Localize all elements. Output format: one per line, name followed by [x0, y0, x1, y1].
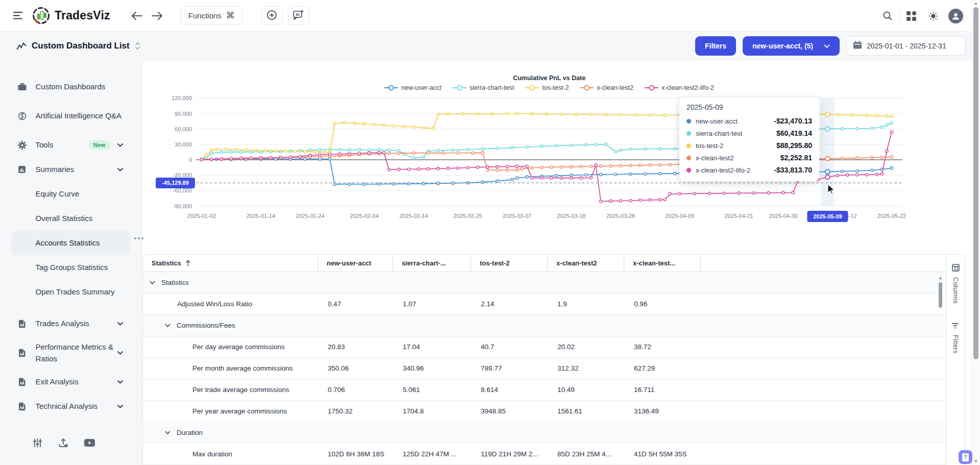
sidebar-item-label: Trades Analysis [36, 317, 89, 329]
legend-item-x-clean-test2-lifo-2[interactable]: x-clean-test2-lifo-2 [645, 84, 714, 91]
cell-value: 41D 5H 55M 35S [624, 450, 701, 458]
youtube-icon[interactable] [84, 439, 95, 447]
chart-legend: new-user-acctsierra-chart-testtos-test-2… [196, 84, 902, 91]
cell-value: 17.04 [393, 343, 471, 351]
page-scroll-up-icon[interactable]: ▲ [972, 1, 980, 6]
sidebar-item-label: Tools [36, 139, 54, 151]
sidebar-item-open-trades-summary[interactable]: Open Trades Summary [11, 280, 131, 304]
svg-text:2025-04-21: 2025-04-21 [724, 213, 753, 219]
tooltip-series-name: sierra-chart-test [696, 130, 742, 137]
columns-icon [952, 264, 960, 274]
filter-icon [952, 322, 959, 331]
cell-value: 3136.49 [624, 407, 701, 415]
top-navbar: TradesViz Functions ⌘ AI [0, 0, 980, 32]
brain-icon [17, 111, 27, 121]
svg-text:2025-03-28: 2025-03-28 [606, 213, 635, 219]
table-scrollbar-thumb[interactable] [939, 282, 942, 308]
table-group-row-statistics[interactable]: Statistics [143, 272, 946, 293]
sidebar-item-summaries[interactable]: Summaries [11, 157, 131, 182]
sort-toggle-icon[interactable] [135, 42, 140, 50]
hamburger-menu-icon[interactable] [13, 12, 23, 19]
columns-panel-button[interactable]: Columns [952, 264, 960, 304]
panel-resize-handle[interactable]: ••• [134, 234, 145, 242]
page-scroll-down-icon[interactable]: ▼ [972, 459, 980, 464]
table-scrollbar[interactable]: ▲ [938, 276, 943, 464]
sort-asc-icon [185, 260, 191, 266]
brand-logo[interactable]: TradesViz [32, 6, 110, 25]
series-color-dot [687, 131, 691, 136]
sidebar-item-accounts-statistics[interactable]: Accounts Statistics [11, 231, 131, 255]
cell-value: 125D 22H 47M ... [393, 450, 471, 458]
svg-text:0: 0 [189, 157, 192, 163]
upload-icon[interactable] [58, 438, 69, 448]
sidebar-item-performance-metrics-ratios[interactable]: Performance Metrics & Ratios [11, 336, 131, 370]
svg-text:120,000: 120,000 [172, 96, 192, 101]
sidebar-item-equity-curve[interactable]: Equity Curve [11, 182, 131, 206]
plus-circle-icon [266, 10, 277, 22]
sidebar-item-custom-dashboards[interactable]: Custom Dashboards [11, 75, 131, 99]
tooltip-series-name: x-clean-test2-lifo-2 [696, 166, 750, 174]
filters-button[interactable]: Filters [695, 36, 736, 56]
svg-text:30,000: 30,000 [175, 141, 192, 148]
legend-item-sierra-chart-test[interactable]: sierra-chart-test [453, 84, 514, 91]
group-chevron-down-icon[interactable] [165, 324, 170, 328]
back-arrow-icon[interactable] [131, 11, 143, 20]
legend-marker-icon [645, 85, 658, 91]
sidebar-item-technical-analysis[interactable]: Technical Analysis [11, 394, 131, 419]
account-dropdown[interactable]: new-user-acct, (5) [743, 36, 840, 56]
table-group-row-duration[interactable]: Duration [143, 422, 946, 444]
table-header-row: Statisticsnew-user-acctsierra-chart-...t… [143, 255, 946, 272]
filters-panel-button[interactable]: Filters [952, 322, 959, 354]
column-header-x-clean-test-[interactable]: x-clean-test... [624, 255, 701, 272]
date-range-picker[interactable]: 2025-01-01 - 2025-12-31 [846, 36, 966, 56]
tooltip-series-value: -$33,813.70 [774, 166, 812, 174]
theme-sun-icon[interactable] [928, 11, 938, 21]
legend-label: tos-test-2 [542, 84, 569, 91]
page-scrollbar[interactable]: ▲ ▼ [971, 0, 980, 465]
column-header-statistics[interactable]: Statistics [143, 255, 318, 272]
column-header-label: new-user-acct [327, 259, 371, 267]
sidebar-item-trades-analysis[interactable]: Trades Analysis [11, 311, 131, 336]
date-range-value: 2025-01-01 - 2025-12-31 [867, 42, 946, 50]
group-chevron-down-icon[interactable] [150, 281, 155, 285]
sidebar-item-label: Performance Metrics & Ratios [36, 341, 117, 365]
cell-value: 119D 21H 29M 2... [471, 450, 548, 458]
table-row-per-year-average-commissions: Per year average commissions1750.321704.… [143, 401, 946, 422]
scroll-up-icon[interactable]: ▲ [938, 276, 943, 281]
sidebar-item-tag-groups-statistics[interactable]: Tag Groups Statistics [11, 255, 131, 280]
sidebar-item-overall-statistics[interactable]: Overall Statistics [11, 206, 131, 231]
column-header-sierra-chart-[interactable]: sierra-chart-... [393, 255, 471, 272]
sidebar-item-tools[interactable]: ToolsNew [11, 133, 131, 157]
column-header-label: Statistics [152, 259, 181, 267]
group-chevron-down-icon[interactable] [165, 431, 170, 435]
ai-assistant-button[interactable]: AI [288, 6, 309, 25]
table-group-row-commissions-fees[interactable]: Commissions/Fees [143, 315, 946, 336]
forward-arrow-icon[interactable] [151, 11, 163, 20]
column-header-x-clean-test2[interactable]: x-clean-test2 [548, 255, 624, 272]
page-scrollbar-thumb[interactable] [973, 7, 978, 359]
legend-item-x-clean-test2[interactable]: x-clean-test2 [580, 84, 633, 91]
question-mark-icon: ? [962, 453, 969, 461]
cumulative-pnl-chart[interactable]: 120,00090,00060,00030,0000-30,000-60,000… [142, 96, 980, 230]
column-header-label: x-clean-test2 [556, 259, 597, 267]
sidebar-item-exit-analysis[interactable]: Exit Analysis [11, 370, 131, 394]
row-label: Adjusted Win/Loss Ratio [177, 300, 252, 308]
statistics-table: Statisticsnew-user-acctsierra-chart-...t… [142, 254, 965, 465]
legend-item-new-user-acct[interactable]: new-user-acct [384, 84, 442, 91]
apps-grid-icon[interactable] [906, 11, 916, 21]
search-icon[interactable] [883, 11, 893, 21]
command-icon: ⌘ [226, 10, 235, 21]
column-header-new-user-acct[interactable]: new-user-acct [318, 255, 393, 272]
tooltip-row: tos-test-2$88,295.80 [687, 139, 812, 152]
sliders-icon[interactable] [32, 438, 43, 448]
svg-text:2025-04-09: 2025-04-09 [666, 213, 694, 219]
add-button[interactable] [261, 6, 283, 25]
table-row-adjusted-win-loss-ratio: Adjusted Win/Loss Ratio0.471.072.141.90.… [143, 293, 946, 315]
sidebar-item-artificial-intelligence-q-a[interactable]: Artificial Intelligence Q&A [11, 99, 131, 133]
filters-button-label: Filters [705, 42, 726, 50]
functions-button[interactable]: Functions ⌘ [181, 6, 242, 25]
user-avatar[interactable] [948, 9, 963, 23]
column-header-tos-test-2[interactable]: tos-test-2 [471, 255, 548, 272]
help-button[interactable]: ? [959, 450, 972, 464]
legend-item-tos-test-2[interactable]: tos-test-2 [525, 84, 569, 91]
